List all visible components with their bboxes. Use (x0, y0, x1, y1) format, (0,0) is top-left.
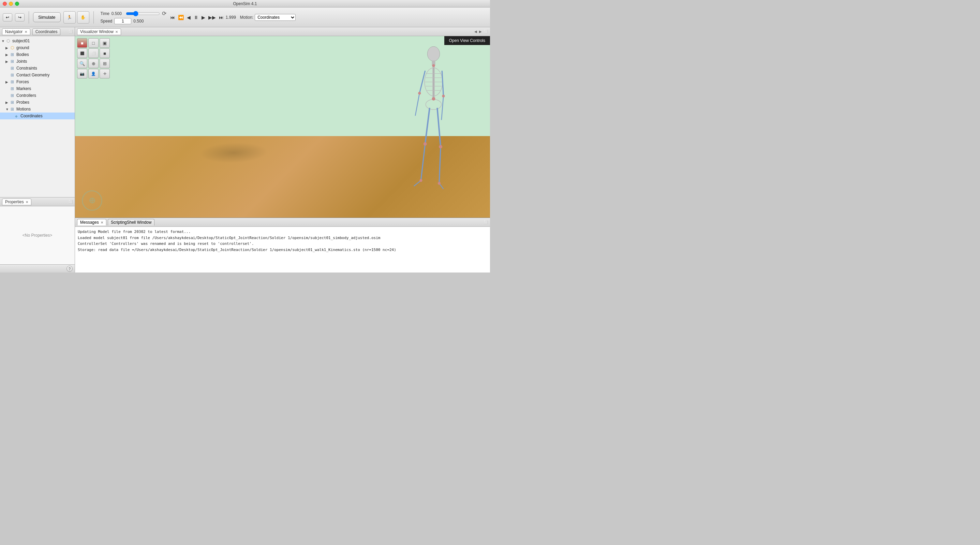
ground-icon: ⬡ (10, 45, 15, 51)
arrow-ground: ▶ (5, 46, 10, 50)
solid-cube-button[interactable]: ■ (77, 38, 87, 48)
minimize-button[interactable] (9, 2, 13, 6)
properties-footer: ? (0, 264, 75, 272)
motion-row-2: Speed 0.500 (100, 18, 166, 24)
tree-item-contact-geometry[interactable]: ⊞ Contact Geometry (0, 72, 75, 78)
tree-item-ground[interactable]: ▶ ⬡ ground (0, 44, 75, 51)
skip-back-button[interactable]: ⏮ (169, 14, 176, 21)
right-panel: Visualizer Window ✕ ◀ ▶ ⬜ ■ (75, 27, 490, 272)
view2-button[interactable]: ⬜ (88, 48, 99, 58)
wire-cube-icon: □ (92, 41, 95, 46)
opensim-watermark: ⊕ (82, 190, 102, 211)
trans-cube-button[interactable]: ▣ (100, 38, 110, 48)
speed-input[interactable] (114, 18, 131, 24)
time-slider[interactable] (126, 11, 160, 16)
main-toolbar: ↩ ↪ Simulate 🏃 ✋ Time 0.500 ⟳ Speed 0.50… (0, 8, 490, 27)
view3-button[interactable]: ◼ (100, 48, 110, 58)
cursor-button[interactable]: ✋ (77, 11, 89, 24)
tree-item-joints[interactable]: ▶ ⊞ Joints (0, 58, 75, 65)
view1-button[interactable]: ⬛ (77, 48, 87, 58)
svg-point-23 (423, 142, 427, 146)
camera-button[interactable]: 📷 (77, 69, 87, 78)
open-view-controls-button[interactable]: Open View Controls (444, 36, 490, 45)
arrow-subject01: ▼ (2, 39, 5, 43)
skip-fwd-button[interactable]: ⏭ (218, 14, 225, 21)
pause-button[interactable]: ⏸ (192, 14, 199, 21)
play-button[interactable]: ▶ (200, 14, 206, 21)
arrow-markers (5, 87, 10, 91)
visualizer-panel: Visualizer Window ✕ ◀ ▶ ⬜ ■ (75, 27, 490, 218)
wire-cube-button[interactable]: □ (88, 38, 99, 48)
tree-item-constraints[interactable]: ⊞ Constraints (0, 65, 75, 72)
playback-controls: ⏮ ⏪ ◀ ⏸ ▶ ▶▶ ⏭ 1.999 (169, 14, 236, 21)
motion-label: Motion: (240, 15, 253, 20)
trans-cube-icon: ▣ (103, 41, 107, 46)
main-area: Navigator ✕ Coordinates ⬜ ▼ ⬡ subject01 … (0, 27, 490, 272)
message-line-1: Updating Model file from 20302 to latest… (78, 229, 487, 235)
tab-coordinates[interactable]: Coordinates (32, 28, 61, 35)
properties-close[interactable]: ✕ (25, 200, 28, 204)
fit-button[interactable]: ⊞ (100, 59, 110, 68)
vis-tool-row-4: 📷 👤 ✛ (77, 69, 110, 78)
no-properties-text: <No Properties> (0, 206, 75, 264)
messages-panel: Messages ✕ ScriptingShell Window ⬜ Updat… (75, 218, 490, 272)
skeleton-svg (407, 45, 449, 209)
arrow-controllers (5, 94, 10, 97)
tab-scripting[interactable]: ScriptingShell Window (108, 219, 154, 225)
zoom-in-icon: 🔍 (80, 61, 85, 66)
joints-icon: ⊞ (10, 59, 15, 64)
prev-frame-button[interactable]: ◀ (186, 14, 192, 21)
undo-button[interactable]: ↩ (3, 13, 12, 21)
person-icon: 👤 (91, 72, 96, 76)
maximize-button[interactable] (15, 2, 19, 6)
probes-label: Probes (16, 100, 29, 105)
tree-item-bodies[interactable]: ▶ ⊞ Bodies (0, 51, 75, 58)
markers-label: Markers (16, 86, 31, 91)
close-button[interactable] (3, 2, 7, 6)
tree-item-probes[interactable]: ▶ ⊞ Probes (0, 99, 75, 106)
tree-item-subject01[interactable]: ▼ ⬡ subject01 (0, 38, 75, 44)
redo-icon: ↪ (18, 15, 21, 20)
tree-item-controllers[interactable]: ⊞ Controllers (0, 92, 75, 99)
messages-maximize[interactable]: ⬜ (484, 220, 488, 224)
subject01-label: subject01 (12, 38, 30, 43)
arrow-probes: ▶ (5, 100, 10, 104)
visualizer-close[interactable]: ✕ (115, 30, 118, 34)
next-frame-button[interactable]: ▶▶ (207, 14, 217, 21)
navigator-close[interactable]: ✕ (25, 30, 27, 34)
step-back-button[interactable]: ⏪ (177, 14, 185, 21)
navigator-panel: Navigator ✕ Coordinates ⬜ ▼ ⬡ subject01 … (0, 27, 75, 198)
tree-item-motions[interactable]: ▼ ⊞ Motions (0, 106, 75, 113)
redo-button[interactable]: ↪ (15, 13, 25, 21)
camera-icon: 📷 (80, 72, 84, 76)
tab-navigator[interactable]: Navigator ✕ (2, 28, 30, 35)
tab-properties[interactable]: Properties ✕ (2, 199, 31, 205)
person-button[interactable]: 👤 (88, 69, 99, 78)
messages-close[interactable]: ✕ (100, 221, 103, 225)
tree-item-coordinates-motion[interactable]: ◆ Coordinates (0, 113, 75, 120)
help-button[interactable]: ? (67, 266, 73, 272)
visualizer-content[interactable]: ■ □ ▣ ⬛ ⬜ (75, 36, 490, 218)
simulate-button[interactable]: Simulate (33, 12, 61, 22)
navigator-maximize[interactable]: ⬜ (68, 30, 73, 33)
window-title: OpenSim 4.1 (233, 2, 257, 6)
tab-messages[interactable]: Messages ✕ (77, 219, 107, 225)
view1-icon: ⬛ (80, 51, 84, 55)
scene-shadow (196, 143, 271, 163)
undo-icon: ↩ (6, 15, 9, 20)
transform-button[interactable]: ✛ (100, 69, 110, 78)
motion-select[interactable]: Coordinates (255, 14, 296, 21)
tab-visualizer[interactable]: Visualizer Window ✕ (77, 28, 121, 35)
properties-maximize[interactable]: ⬜ (68, 200, 73, 204)
zoom-in-button[interactable]: 🔍 (77, 59, 87, 68)
vis-arrow-right[interactable]: ▶ (479, 30, 482, 33)
run-icon-button[interactable]: 🏃 (64, 11, 76, 24)
vis-maximize[interactable]: ⬜ (484, 30, 488, 33)
zoom-out-button[interactable]: ⊕ (88, 59, 99, 68)
vis-arrow-left[interactable]: ◀ (474, 30, 477, 33)
tree-item-forces[interactable]: ▶ ⊞ Forces (0, 78, 75, 85)
motion-row-1: Time 0.500 ⟳ (100, 10, 166, 17)
tree-item-markers[interactable]: ⊞ Markers (0, 85, 75, 92)
contact-geometry-icon: ⊞ (10, 72, 15, 78)
controllers-icon: ⊞ (10, 93, 15, 98)
